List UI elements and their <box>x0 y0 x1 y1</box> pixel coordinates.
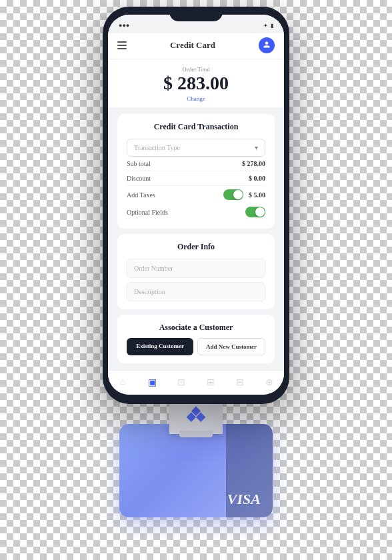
nav-card-icon[interactable]: ▣ <box>145 376 159 388</box>
existing-customer-button[interactable]: Existing Customer <box>127 338 193 355</box>
battery-icon: ▮ <box>271 23 273 29</box>
scroll-area: Credit Card Transaction Transaction Type… <box>108 107 284 370</box>
shop-icon: ⊡ <box>174 376 189 388</box>
order-total-amount: $ 283.00 <box>119 73 273 94</box>
transaction-title: Credit Card Transaction <box>127 122 265 132</box>
order-info-card: Order Info Order Number Description <box>117 234 275 309</box>
user-icon: ⊕ <box>262 376 277 388</box>
optional-fields-label: Optional Fields <box>127 209 168 216</box>
optional-fields-row: Optional Fields <box>127 203 265 221</box>
discount-label: Discount <box>127 175 151 182</box>
phone-frame: ●●● ✦ ▮ Credit Card <box>103 7 289 404</box>
phone-screen: ●●● ✦ ▮ Credit Card <box>108 15 284 395</box>
credit-card-wrapper: VISA <box>89 424 303 517</box>
user-avatar[interactable] <box>259 37 275 53</box>
phone-notch <box>169 7 223 21</box>
transaction-type-label: Transaction Type <box>134 144 180 151</box>
chevron-down-icon: ▾ <box>255 144 258 151</box>
customer-buttons-group: Existing Customer Add New Customer <box>127 338 265 355</box>
header-title: Credit Card <box>170 40 215 51</box>
add-taxes-label: Add Taxes <box>127 191 155 199</box>
bluetooth-icon: ✦ <box>263 23 268 29</box>
transaction-type-dropdown[interactable]: Transaction Type ▾ <box>127 139 265 157</box>
order-total-label: Order Total <box>119 66 273 73</box>
add-taxes-toggle[interactable] <box>223 189 243 200</box>
add-taxes-row: Add Taxes $ 5.00 <box>127 186 265 203</box>
order-total-section: Order Total $ 283.00 Change <box>108 59 284 107</box>
add-new-customer-button[interactable]: Add New Customer <box>197 338 265 355</box>
menu-icon[interactable] <box>117 41 127 49</box>
subtotal-row: Sub total $ 278.00 <box>127 157 265 171</box>
associate-customer-card: Associate a Customer Existing Customer A… <box>117 315 275 363</box>
subtotal-label: Sub total <box>127 160 151 167</box>
add-taxes-value: $ 5.00 <box>249 191 265 199</box>
nav-user-icon[interactable]: ⊕ <box>262 376 277 388</box>
signal-indicator: ●●● <box>119 22 129 29</box>
credit-card: VISA <box>119 424 273 517</box>
lock-icon: ⊟ <box>233 376 247 388</box>
description-input[interactable]: Description <box>127 282 265 301</box>
add-taxes-toggle-group: $ 5.00 <box>223 189 265 200</box>
change-link[interactable]: Change <box>119 95 273 102</box>
gift-icon: ⊞ <box>203 376 218 388</box>
card-icon: ▣ <box>145 376 159 388</box>
visa-brand-text: VISA <box>131 491 261 508</box>
nav-home-icon[interactable]: ⌂ <box>115 376 130 388</box>
discount-row: Discount $ 0.00 <box>127 171 265 186</box>
bottom-navigation: ⌂ ▣ ⊡ ⊞ ⊟ ⊕ <box>108 370 284 395</box>
subtotal-value: $ 278.00 <box>242 160 265 167</box>
nav-lock-icon[interactable]: ⊟ <box>233 376 247 388</box>
reader-logo <box>184 404 208 428</box>
discount-value: $ 0.00 <box>249 175 265 182</box>
app-header: Credit Card <box>108 33 284 59</box>
home-icon: ⌂ <box>115 376 130 388</box>
nav-gift-icon[interactable]: ⊞ <box>203 376 218 388</box>
optional-fields-toggle[interactable] <box>245 207 265 217</box>
transaction-card: Credit Card Transaction Transaction Type… <box>117 114 275 229</box>
nav-shop-icon[interactable]: ⊡ <box>174 376 189 388</box>
order-number-input[interactable]: Order Number <box>127 259 265 278</box>
associate-customer-title: Associate a Customer <box>127 323 265 333</box>
reader-plug <box>179 431 213 437</box>
status-icons: ✦ ▮ <box>263 23 273 29</box>
order-info-title: Order Info <box>127 242 265 252</box>
